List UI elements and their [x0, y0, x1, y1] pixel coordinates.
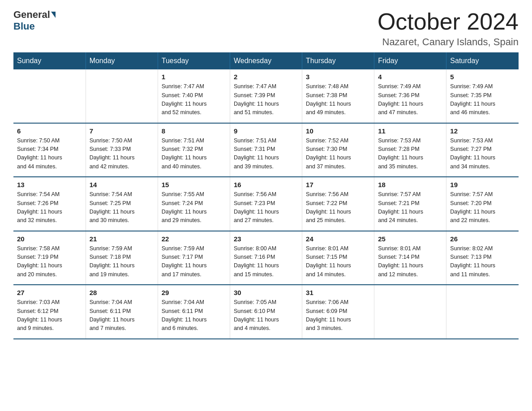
day-info: Sunrise: 8:02 AM Sunset: 7:13 PM Dayligh… [450, 244, 515, 279]
day-info: Sunrise: 8:00 AM Sunset: 7:16 PM Dayligh… [234, 244, 298, 279]
calendar-day-cell: 5Sunrise: 7:49 AM Sunset: 7:35 PM Daylig… [446, 69, 519, 123]
calendar-day-cell: 6Sunrise: 7:50 AM Sunset: 7:34 PM Daylig… [13, 123, 86, 177]
day-info: Sunrise: 7:56 AM Sunset: 7:23 PM Dayligh… [234, 190, 298, 225]
day-info: Sunrise: 7:47 AM Sunset: 7:40 PM Dayligh… [162, 82, 226, 117]
day-info: Sunrise: 7:56 AM Sunset: 7:22 PM Dayligh… [306, 190, 370, 225]
day-number: 13 [17, 181, 82, 188]
day-number: 8 [162, 127, 226, 135]
month-title: October 2024 [378, 9, 519, 34]
day-number: 2 [234, 73, 298, 81]
calendar-day-cell: 1Sunrise: 7:47 AM Sunset: 7:40 PM Daylig… [158, 69, 230, 123]
calendar-day-cell: 20Sunrise: 7:58 AM Sunset: 7:19 PM Dayli… [13, 231, 86, 285]
day-info: Sunrise: 7:51 AM Sunset: 7:31 PM Dayligh… [234, 137, 298, 171]
calendar-empty-cell [13, 69, 86, 123]
day-info: Sunrise: 7:58 AM Sunset: 7:19 PM Dayligh… [17, 244, 82, 279]
page-header: General Blue October 2024 Nazaret, Canar… [13, 9, 519, 48]
calendar-day-cell: 4Sunrise: 7:49 AM Sunset: 7:36 PM Daylig… [374, 69, 446, 123]
calendar-day-cell: 8Sunrise: 7:51 AM Sunset: 7:32 PM Daylig… [158, 123, 230, 177]
day-info: Sunrise: 7:04 AM Sunset: 6:11 PM Dayligh… [162, 298, 226, 333]
calendar-day-cell: 16Sunrise: 7:56 AM Sunset: 7:23 PM Dayli… [230, 177, 302, 231]
calendar-day-cell: 19Sunrise: 7:57 AM Sunset: 7:20 PM Dayli… [446, 177, 519, 231]
day-info: Sunrise: 7:48 AM Sunset: 7:38 PM Dayligh… [306, 82, 370, 117]
calendar-day-cell: 29Sunrise: 7:04 AM Sunset: 6:11 PM Dayli… [158, 285, 230, 339]
day-info: Sunrise: 7:57 AM Sunset: 7:21 PM Dayligh… [378, 190, 442, 225]
calendar-day-cell: 10Sunrise: 7:52 AM Sunset: 7:30 PM Dayli… [302, 123, 374, 177]
calendar-week-row: 27Sunrise: 7:03 AM Sunset: 6:12 PM Dayli… [13, 285, 519, 339]
calendar-day-cell: 26Sunrise: 8:02 AM Sunset: 7:13 PM Dayli… [446, 231, 519, 285]
day-number: 22 [162, 235, 226, 243]
day-info: Sunrise: 7:52 AM Sunset: 7:30 PM Dayligh… [306, 137, 370, 171]
calendar-day-cell: 17Sunrise: 7:56 AM Sunset: 7:22 PM Dayli… [302, 177, 374, 231]
day-number: 15 [162, 181, 226, 188]
day-info: Sunrise: 7:55 AM Sunset: 7:24 PM Dayligh… [162, 190, 226, 225]
location-title: Nazaret, Canary Islands, Spain [378, 36, 519, 48]
day-info: Sunrise: 8:01 AM Sunset: 7:14 PM Dayligh… [378, 244, 442, 279]
day-info: Sunrise: 7:04 AM Sunset: 6:11 PM Dayligh… [90, 298, 154, 333]
calendar-week-row: 13Sunrise: 7:54 AM Sunset: 7:26 PM Dayli… [13, 177, 519, 231]
calendar-day-cell: 2Sunrise: 7:47 AM Sunset: 7:39 PM Daylig… [230, 69, 302, 123]
day-number: 6 [17, 127, 82, 135]
day-info: Sunrise: 7:49 AM Sunset: 7:35 PM Dayligh… [450, 82, 515, 117]
day-number: 14 [90, 181, 154, 188]
weekday-header-saturday: Saturday [446, 52, 519, 69]
calendar-day-cell: 22Sunrise: 7:59 AM Sunset: 7:17 PM Dayli… [158, 231, 230, 285]
weekday-header-monday: Monday [86, 52, 158, 69]
calendar-day-cell: 13Sunrise: 7:54 AM Sunset: 7:26 PM Dayli… [13, 177, 86, 231]
calendar-day-cell: 31Sunrise: 7:06 AM Sunset: 6:09 PM Dayli… [302, 285, 374, 339]
calendar-empty-cell [374, 285, 446, 339]
calendar-day-cell: 25Sunrise: 8:01 AM Sunset: 7:14 PM Dayli… [374, 231, 446, 285]
day-number: 23 [234, 235, 298, 243]
day-number: 29 [162, 289, 226, 296]
day-number: 28 [90, 289, 154, 296]
day-number: 4 [378, 73, 442, 81]
calendar-day-cell: 27Sunrise: 7:03 AM Sunset: 6:12 PM Dayli… [13, 285, 86, 339]
calendar-day-cell: 11Sunrise: 7:53 AM Sunset: 7:28 PM Dayli… [374, 123, 446, 177]
day-info: Sunrise: 7:06 AM Sunset: 6:09 PM Dayligh… [306, 298, 370, 333]
weekday-header-row: SundayMondayTuesdayWednesdayThursdayFrid… [13, 52, 519, 69]
calendar-empty-cell [446, 285, 519, 339]
day-number: 17 [306, 181, 370, 188]
day-number: 18 [378, 181, 442, 188]
day-info: Sunrise: 7:59 AM Sunset: 7:18 PM Dayligh… [90, 244, 154, 279]
calendar-day-cell: 24Sunrise: 8:01 AM Sunset: 7:15 PM Dayli… [302, 231, 374, 285]
day-number: 16 [234, 181, 298, 188]
weekday-header-tuesday: Tuesday [158, 52, 230, 69]
day-number: 10 [306, 127, 370, 135]
day-info: Sunrise: 7:59 AM Sunset: 7:17 PM Dayligh… [162, 244, 226, 279]
day-info: Sunrise: 7:53 AM Sunset: 7:28 PM Dayligh… [378, 137, 442, 171]
calendar-week-row: 6Sunrise: 7:50 AM Sunset: 7:34 PM Daylig… [13, 123, 519, 177]
day-info: Sunrise: 7:50 AM Sunset: 7:34 PM Dayligh… [17, 137, 82, 171]
day-info: Sunrise: 7:57 AM Sunset: 7:20 PM Dayligh… [450, 190, 515, 225]
weekday-header-wednesday: Wednesday [230, 52, 302, 69]
weekday-header-sunday: Sunday [13, 52, 86, 69]
day-number: 25 [378, 235, 442, 243]
day-info: Sunrise: 7:03 AM Sunset: 6:12 PM Dayligh… [17, 298, 82, 333]
calendar-day-cell: 12Sunrise: 7:53 AM Sunset: 7:27 PM Dayli… [446, 123, 519, 177]
day-number: 24 [306, 235, 370, 243]
weekday-header-thursday: Thursday [302, 52, 374, 69]
weekday-header-friday: Friday [374, 52, 446, 69]
calendar-table: SundayMondayTuesdayWednesdayThursdayFrid… [13, 52, 519, 339]
day-number: 3 [306, 73, 370, 81]
day-info: Sunrise: 7:53 AM Sunset: 7:27 PM Dayligh… [450, 137, 515, 171]
day-info: Sunrise: 7:50 AM Sunset: 7:33 PM Dayligh… [90, 137, 154, 171]
calendar-day-cell: 9Sunrise: 7:51 AM Sunset: 7:31 PM Daylig… [230, 123, 302, 177]
day-number: 27 [17, 289, 82, 296]
calendar-week-row: 1Sunrise: 7:47 AM Sunset: 7:40 PM Daylig… [13, 69, 519, 123]
calendar-day-cell: 18Sunrise: 7:57 AM Sunset: 7:21 PM Dayli… [374, 177, 446, 231]
title-section: October 2024 Nazaret, Canary Islands, Sp… [378, 9, 519, 48]
calendar-day-cell: 14Sunrise: 7:54 AM Sunset: 7:25 PM Dayli… [86, 177, 158, 231]
day-info: Sunrise: 8:01 AM Sunset: 7:15 PM Dayligh… [306, 244, 370, 279]
calendar-day-cell: 30Sunrise: 7:05 AM Sunset: 6:10 PM Dayli… [230, 285, 302, 339]
calendar-day-cell: 3Sunrise: 7:48 AM Sunset: 7:38 PM Daylig… [302, 69, 374, 123]
calendar-day-cell: 28Sunrise: 7:04 AM Sunset: 6:11 PM Dayli… [86, 285, 158, 339]
calendar-day-cell: 15Sunrise: 7:55 AM Sunset: 7:24 PM Dayli… [158, 177, 230, 231]
day-number: 30 [234, 289, 298, 296]
day-info: Sunrise: 7:47 AM Sunset: 7:39 PM Dayligh… [234, 82, 298, 117]
day-number: 7 [90, 127, 154, 135]
logo: General Blue [13, 9, 56, 32]
day-number: 31 [306, 289, 370, 296]
calendar-day-cell: 23Sunrise: 8:00 AM Sunset: 7:16 PM Dayli… [230, 231, 302, 285]
day-number: 1 [162, 73, 226, 81]
day-number: 5 [450, 73, 515, 81]
